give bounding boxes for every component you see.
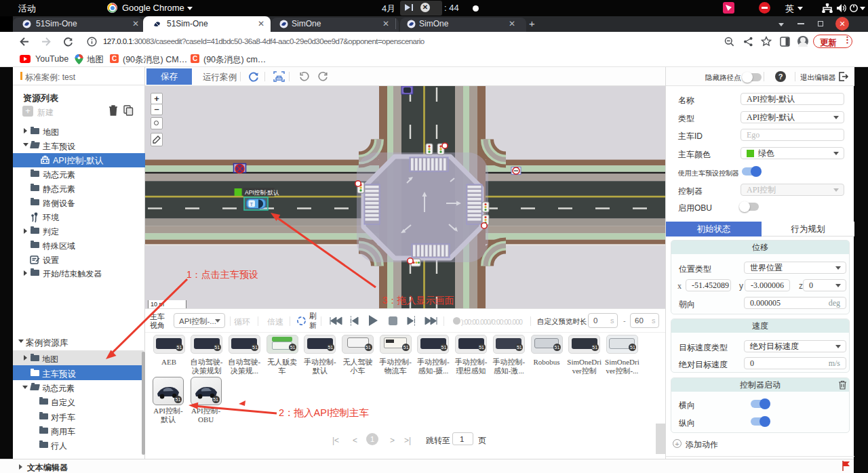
svg-text:API控制-默认: API控制-默认 (245, 189, 279, 196)
svg-text:T: T (250, 201, 254, 207)
